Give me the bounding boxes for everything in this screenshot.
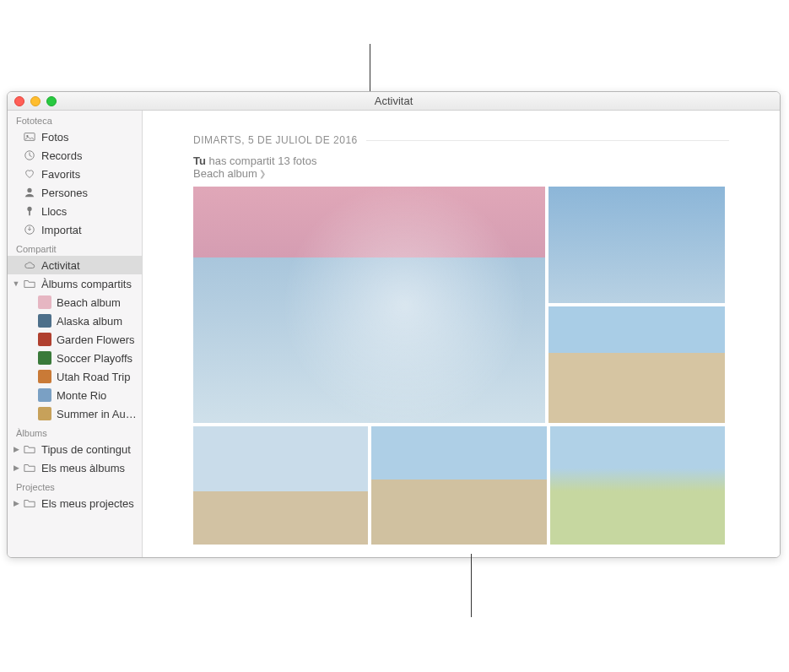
folder-icon [23,277,36,290]
sidebar-item-label: Els meus àlbums [41,462,125,474]
album-thumbnail [38,351,51,365]
share-text: has compartit 13 fotos [209,154,317,167]
sidebar-item-label: Records [41,149,82,162]
folder-icon [23,461,36,474]
disclosure-closed-icon[interactable]: ▶ [13,464,19,471]
sidebar-album-soccer-playoffs[interactable]: Soccer Playoffs [8,349,142,367]
sidebar: FototecaFotosRecordsFavoritsPersonesLloc… [8,111,143,557]
album-thumbnail [38,388,51,402]
album-thumbnail [38,314,51,328]
photo-grid-row [193,426,725,545]
photo-thumbnail[interactable] [550,426,725,545]
import-icon [23,223,36,236]
photo-grid [193,187,725,423]
sidebar-item--lbums-compartits[interactable]: ▼Àlbums compartits [8,274,142,293]
disclosure-closed-icon[interactable]: ▶ [13,500,19,507]
folder-icon [23,442,36,456]
sidebar-album-summer-in-aus-[interactable]: Summer in Aus… [8,404,142,423]
sidebar-item-fotos[interactable]: Fotos [8,127,142,146]
sidebar-item-records[interactable]: Records [8,146,142,165]
sidebar-item-label: Garden Flowers [57,333,134,346]
sidebar-item-label: Favorits [41,168,80,181]
share-summary: Tu has compartit 13 fotos [193,154,729,167]
sidebar-album-beach-album[interactable]: Beach album [8,293,142,312]
sidebar-item-persones[interactable]: Persones [8,183,142,202]
pin-icon [23,204,36,218]
sidebar-section-header: Fototeca [8,111,142,127]
svg-point-4 [27,207,31,211]
app-window: Activitat FototecaFotosRecordsFavoritsPe… [7,91,781,558]
sidebar-album-alaska-album[interactable]: Alaska album [8,312,142,330]
svg-point-3 [27,188,31,192]
activity-date: DIMARTS, 5 DE JULIOL DE 2016 [193,134,358,146]
sidebar-section-header: Projectes [8,477,142,494]
sidebar-item-label: Activitat [41,259,80,272]
sidebar-item-label: Llocs [41,205,67,218]
album-thumbnail [38,295,51,309]
photos-icon [23,130,36,144]
album-link[interactable]: Beach album ❯ [193,167,266,180]
cloud-icon [23,258,36,272]
sidebar-item-label: Àlbums compartits [41,278,132,290]
album-thumbnail [38,407,51,420]
folder-icon [23,496,36,510]
sidebar-section-header: Compartit [8,239,142,256]
photo-thumbnail[interactable] [193,187,545,423]
sidebar-section-header: Àlbums [8,423,142,440]
sidebar-item-label: Importat [41,224,82,236]
sidebar-item-activitat[interactable]: Activitat [8,256,142,274]
share-author: Tu [193,154,206,167]
album-name: Beach album [193,167,257,180]
person-icon [23,186,36,199]
clock-icon [23,149,36,162]
sidebar-item-label: Monte Rio [57,389,106,402]
activity-date-header: DIMARTS, 5 DE JULIOL DE 2016 [193,134,729,146]
sidebar-item-label: Summer in Aus… [57,408,137,420]
album-thumbnail [38,333,51,346]
album-thumbnail [38,370,51,383]
callout-line-bottom [471,554,472,617]
disclosure-closed-icon[interactable]: ▶ [13,446,19,453]
sidebar-item-label: Alaska album [57,315,122,328]
sidebar-item-label: Tipus de contingut [41,443,131,456]
divider [366,140,729,141]
chevron-right-icon: ❯ [259,169,266,178]
sidebar-item-label: Beach album [57,296,121,309]
sidebar-item-importat[interactable]: Importat [8,220,142,239]
sidebar-item-label: Utah Road Trip [57,371,130,383]
sidebar-item-label: Persones [41,187,88,199]
main-content: DIMARTS, 5 DE JULIOL DE 2016 Tu has comp… [143,111,780,557]
disclosure-open-icon[interactable]: ▼ [13,280,19,287]
sidebar-item-els-meus-projectes[interactable]: ▶Els meus projectes [8,494,142,512]
photo-thumbnail[interactable] [549,187,725,303]
photo-thumbnail[interactable] [371,426,546,545]
sidebar-item-favorits[interactable]: Favorits [8,165,142,183]
window-title: Activitat [8,95,780,107]
sidebar-item-llocs[interactable]: Llocs [8,202,142,220]
sidebar-item-label: Soccer Playoffs [57,352,132,365]
sidebar-album-garden-flowers[interactable]: Garden Flowers [8,330,142,349]
title-bar: Activitat [8,92,780,111]
sidebar-item-label: Els meus projectes [41,497,134,510]
sidebar-item-label: Fotos [41,131,69,144]
photo-thumbnail[interactable] [193,426,368,545]
sidebar-item-els-meus-lbums[interactable]: ▶Els meus àlbums [8,458,142,477]
sidebar-album-monte-rio[interactable]: Monte Rio [8,386,142,404]
photo-thumbnail[interactable] [549,306,725,423]
heart-icon [23,167,36,181]
sidebar-item-tipus-de-contingut[interactable]: ▶Tipus de contingut [8,440,142,458]
sidebar-album-utah-road-trip[interactable]: Utah Road Trip [8,367,142,386]
